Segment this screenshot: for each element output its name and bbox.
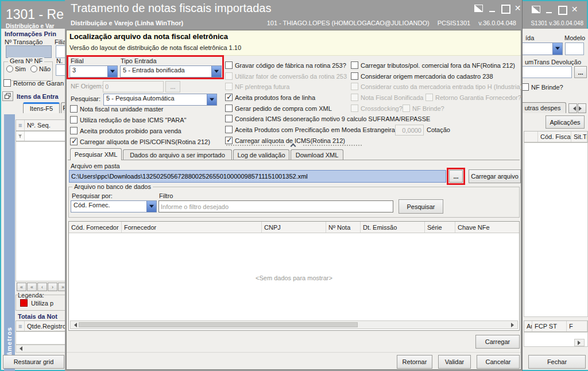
- checkbox-crossdocking: Crossdocking?: [351, 105, 403, 112]
- close-icon[interactable]: ✕: [570, 6, 579, 13]
- checkbox-gravar-codigo-fabrica[interactable]: Gravar código de fábrica na rotina 253?: [225, 61, 346, 69]
- scrollbar-thumb[interactable]: [79, 322, 358, 327]
- minimize-icon[interactable]: [488, 5, 497, 12]
- pesquisar-combo[interactable]: 5 - Pesquisa Automática: [103, 94, 217, 106]
- grid-fiscal-body[interactable]: [524, 142, 588, 317]
- scroll-left-icon[interactable]: [72, 323, 77, 327]
- checkbox-produtos-fora-linha[interactable]: Aceita produtos fora de linha: [225, 94, 315, 101]
- checkbox-fator-conversao: Utilizar fator de conversão da rotina 25…: [225, 72, 347, 80]
- carregar-arquivo-button[interactable]: Carregar arquivo: [469, 169, 521, 183]
- filtro-input[interactable]: [158, 200, 393, 212]
- tab-itens-f5[interactable]: Itens-F5: [23, 102, 60, 113]
- results-table: Cód. Fornecedor Fornecedor CNPJ Nº Nota …: [68, 221, 520, 331]
- arquivo-browse-button[interactable]: ...: [449, 170, 463, 183]
- tipo-entrada-combo[interactable]: 5 - Entrada bonificada: [120, 65, 222, 78]
- carregar-button[interactable]: Carregar: [475, 335, 520, 349]
- maximize-icon[interactable]: [501, 5, 509, 12]
- column-serie[interactable]: Série: [425, 222, 455, 233]
- list-icon: ≡: [16, 321, 25, 331]
- chevron-down-icon[interactable]: [146, 201, 156, 212]
- nav-first-icon[interactable]: «: [17, 283, 26, 291]
- column-qtde-registro[interactable]: Qtde.Registro: [25, 321, 67, 331]
- nav-next-icon[interactable]: ›: [48, 283, 57, 291]
- tab-scroll-right-icon[interactable]: [578, 103, 586, 113]
- tab-log-validacao[interactable]: Log de validação: [233, 149, 289, 160]
- fechar-button[interactable]: Fechar: [528, 355, 586, 369]
- chevron-down-icon[interactable]: [207, 94, 216, 105]
- column-an[interactable]: An: [524, 321, 532, 331]
- column-chave-nfe[interactable]: Chave NFe: [455, 222, 519, 233]
- checkbox-retorno-garantia[interactable]: Retorno de Garan: [3, 79, 64, 87]
- rollup-icon[interactable]: [474, 5, 483, 12]
- scroll-right-icon[interactable]: [578, 341, 583, 345]
- column-cod-fiscal[interactable]: Cód. Fiscal: [538, 132, 571, 142]
- cascade-windows-icon[interactable]: [2, 91, 13, 101]
- cotacao-field: [395, 125, 424, 136]
- column-fornecedor[interactable]: Fornecedor: [122, 222, 262, 233]
- checkbox-icms-desoneracao[interactable]: Considera ICMS desoneração motivo 9 calc…: [225, 115, 430, 122]
- column-cod-fornecedor[interactable]: Cód. Fornecedor: [69, 222, 122, 233]
- arquivo-path-input[interactable]: [69, 170, 446, 183]
- chevron-down-icon[interactable]: [107, 66, 117, 77]
- column-dt-emissao[interactable]: Dt. Emissão: [361, 222, 425, 233]
- footer-divider: [67, 352, 521, 353]
- restaurar-grid-button[interactable]: Restaurar grid: [3, 355, 64, 369]
- tab-outras-despesas[interactable]: utras despes: [519, 102, 566, 113]
- column-f[interactable]: F: [567, 321, 587, 331]
- radio-nao[interactable]: Não: [30, 65, 51, 72]
- aplicacoes-button[interactable]: Aplicações: [546, 115, 585, 129]
- nav-prev-page-icon[interactable]: «: [27, 283, 37, 291]
- scroll-left-icon[interactable]: [17, 346, 22, 351]
- tab-scroll-left-icon[interactable]: [568, 103, 577, 113]
- chevron-down-icon[interactable]: [552, 43, 562, 55]
- checkbox-aliquota-pis-cofins[interactable]: Carregar alíquota de PIS/COFINS(Rotina 2…: [70, 138, 210, 145]
- pesquisar-button[interactable]: Pesquisar: [399, 199, 443, 214]
- checkbox-nota-unidade-master[interactable]: Nota fiscal na unidade master: [70, 105, 164, 113]
- grid-filter-row[interactable]: [16, 131, 68, 141]
- chevron-down-icon[interactable]: [211, 66, 221, 77]
- validar-button[interactable]: Validar: [438, 355, 471, 369]
- column-seq[interactable]: Nº. Seq.: [25, 120, 67, 130]
- checkbox-nf-brinde[interactable]: NF Brinde?: [521, 83, 563, 91]
- parametros-side-strip[interactable]: Parâmetros: [4, 114, 15, 371]
- filial-combo[interactable]: 3: [69, 65, 118, 78]
- numtrans-browse-button[interactable]: ...: [574, 66, 587, 78]
- column-fcp-st[interactable]: FCP ST: [532, 321, 567, 331]
- checkbox-tributos-fora-nf[interactable]: Carregar tributos/pol. comercial fora da…: [351, 61, 515, 69]
- radio-circle: [30, 65, 37, 72]
- results-hscrollbar[interactable]: [70, 320, 518, 329]
- numtrans-field[interactable]: [520, 66, 572, 78]
- checkbox-precificacao-moeda-estrangeira[interactable]: Aceita Produtos com Precificação em Moed…: [225, 126, 395, 133]
- totais-hscrollbar[interactable]: [16, 345, 68, 353]
- grid-header-itens: ≡ Nº. Seq.: [16, 119, 68, 131]
- checkbox-origem-mercadoria-238[interactable]: Considerar origem mercadoria do cadastro…: [351, 72, 493, 80]
- pesquisar-por-combo[interactable]: Cód. Fornec.: [71, 200, 157, 212]
- tab-dados-arquivo[interactable]: Dados do arquivo a ser importado: [123, 149, 232, 160]
- column-cnpj[interactable]: CNPJ: [262, 222, 326, 233]
- column-sit-tri[interactable]: Sit.Tri: [571, 132, 587, 142]
- radio-sim[interactable]: Sim: [6, 65, 26, 72]
- nav-prev-icon[interactable]: ‹: [37, 283, 47, 291]
- transacao-field[interactable]: [6, 45, 52, 58]
- collapse-splitter[interactable]: [226, 143, 362, 148]
- checkbox-pedido-compra-xml[interactable]: Gerar pedido de compra com XML: [225, 105, 332, 112]
- retornar-button[interactable]: Retornar: [397, 355, 432, 369]
- checkbox-reducao-base-icms[interactable]: Utiliza redução de base ICMS "PARA": [70, 116, 187, 123]
- scroll-right-icon[interactable]: [511, 323, 516, 327]
- cancelar-button[interactable]: Cancelar: [477, 355, 520, 369]
- program-version: v.36.0.04.048: [478, 20, 516, 26]
- fcp-hscroll-right[interactable]: [574, 339, 585, 346]
- checkbox-produtos-proibidos[interactable]: Aceita produtos proibido para venda: [70, 127, 181, 134]
- maximize-icon[interactable]: [558, 6, 566, 13]
- tab-pesquisar-xml[interactable]: Pesquisar XML: [70, 148, 122, 160]
- minimize-icon[interactable]: [545, 6, 554, 13]
- grid-itens-body[interactable]: [16, 141, 68, 281]
- grid-header-fcp: An FCP ST F: [524, 320, 588, 332]
- checkbox-nf-brinde: NF Brinde?: [403, 105, 444, 112]
- close-icon[interactable]: ✕: [513, 5, 522, 12]
- column-n-nota[interactable]: Nº Nota: [326, 222, 361, 233]
- modelo-field[interactable]: [565, 42, 584, 55]
- tab-download-xml[interactable]: Download XML: [291, 149, 343, 160]
- saida-combo[interactable]: [518, 42, 563, 55]
- rollup-icon[interactable]: [532, 6, 540, 13]
